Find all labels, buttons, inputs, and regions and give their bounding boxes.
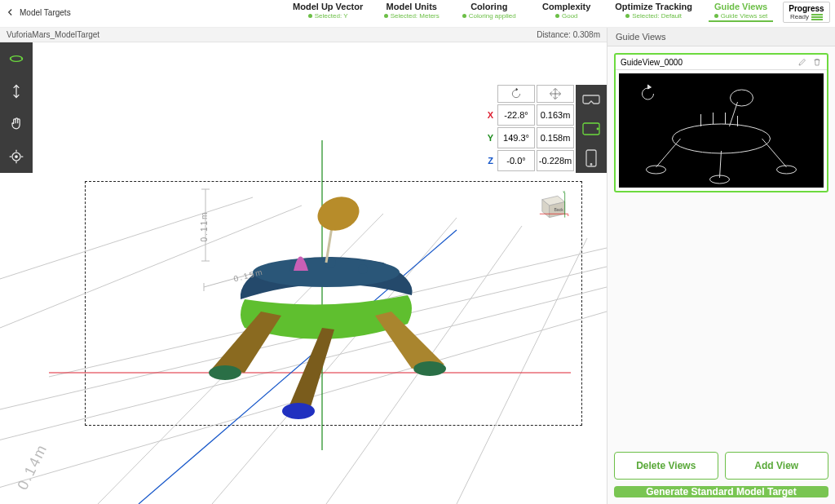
svg-point-0 — [11, 56, 23, 62]
pan-vertical-tool[interactable] — [0, 75, 33, 108]
back-button[interactable]: Model Targets — [5, 2, 71, 18]
right-panel-title: Guide Views — [607, 28, 835, 46]
svg-point-2 — [15, 156, 18, 158]
add-view-button[interactable]: Add View — [725, 452, 829, 480]
distance-value: 0.308m — [573, 30, 600, 39]
step-guide-views[interactable]: Guide Views Guide Views set — [702, 2, 780, 20]
guide-view-thumbnail — [619, 73, 824, 188]
svg-point-40 — [209, 365, 241, 380]
z-rotation-input[interactable] — [497, 150, 535, 171]
step-complexity[interactable]: Complexity Good — [528, 2, 605, 20]
back-label: Model Targets — [20, 8, 71, 17]
phone-device[interactable] — [576, 144, 607, 173]
step-up-vector[interactable]: Model Up Vector Selected: Y — [283, 2, 373, 20]
pan-tool[interactable] — [0, 108, 33, 140]
rotation-header-icon — [497, 85, 535, 103]
center-tool[interactable] — [0, 140, 33, 173]
x-position-input[interactable] — [537, 104, 574, 126]
x-rotation-input[interactable] — [497, 104, 535, 126]
translate-header-icon — [537, 85, 574, 103]
orbit-tool[interactable] — [0, 42, 33, 75]
z-position-input[interactable] — [537, 150, 574, 171]
step-coloring[interactable]: Coloring Coloring applied — [450, 2, 528, 20]
svg-line-24 — [0, 197, 253, 279]
model-info-bar: VuforiaMars_ModelTarget Distance: 0.308m — [0, 28, 607, 42]
view-tools — [0, 42, 33, 173]
hamburger-icon — [811, 14, 823, 20]
svg-point-43 — [673, 124, 771, 153]
dim-b: 0.11m — [200, 211, 209, 242]
delete-views-button[interactable]: Delete Views — [614, 452, 718, 480]
svg-point-37 — [358, 264, 368, 274]
svg-point-41 — [413, 361, 446, 376]
step-optimize[interactable]: Optimize Tracking Selected: Default — [605, 2, 702, 20]
trash-icon[interactable] — [812, 57, 822, 67]
generate-target-button[interactable]: Generate Standard Model Target — [614, 486, 828, 497]
model-name: VuforiaMars_ModelTarget — [7, 30, 99, 39]
edit-icon[interactable] — [797, 57, 807, 67]
y-position-input[interactable] — [537, 127, 574, 148]
3d-viewport[interactable]: X Y Z — [0, 42, 607, 504]
step-units[interactable]: Model Units Selected: Meters — [373, 2, 450, 20]
svg-point-42 — [282, 403, 315, 419]
headset-device[interactable] — [576, 85, 607, 114]
svg-point-4 — [597, 128, 599, 130]
svg-point-6 — [590, 164, 592, 166]
guide-view-card[interactable]: GuideView_0000 — [614, 53, 828, 192]
axis-x-label: X — [484, 110, 496, 120]
wizard-steps: Model Up Vector Selected: Y Model Units … — [283, 2, 780, 20]
tablet-device[interactable] — [576, 114, 607, 144]
svg-line-47 — [730, 102, 738, 126]
axis-z-label: Z — [484, 156, 496, 166]
progress-indicator[interactable]: Progress Ready — [783, 2, 830, 23]
device-preview-tools — [576, 85, 607, 173]
y-rotation-input[interactable] — [497, 127, 535, 148]
axis-y-label: Y — [484, 133, 496, 143]
guide-view-name: GuideView_0000 — [621, 58, 683, 67]
svg-point-39 — [313, 192, 364, 236]
svg-point-48 — [731, 90, 753, 106]
transform-panel: X Y Z — [484, 85, 574, 173]
